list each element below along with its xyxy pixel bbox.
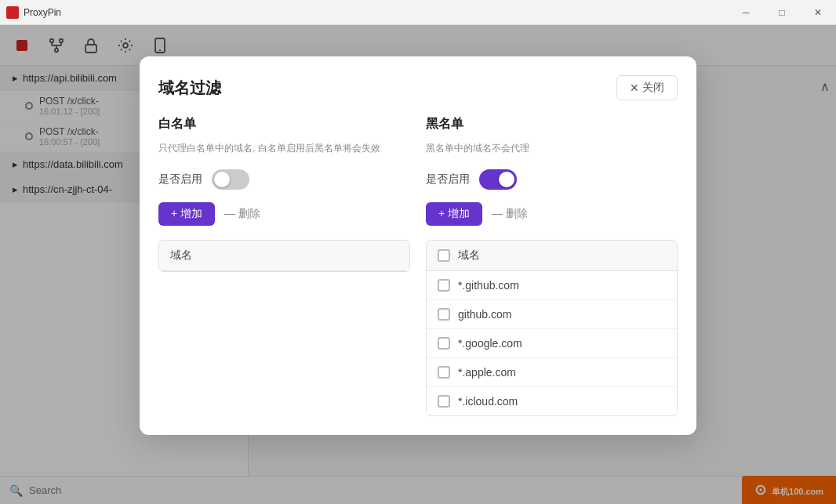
blacklist-add-button[interactable]: + 增加 [426,202,482,226]
dialog-columns: 白名单 只代理白名单中的域名, 白名单启用后黑名单将会失效 是否启用 + 增加 … [158,116,678,416]
blacklist-table: 域名 *.github.com github.com *.google.com [426,240,678,416]
app-title: ProxyPin [24,7,61,18]
domain-3: *.apple.com [458,366,516,379]
blacklist-header-checkbox[interactable] [438,249,450,262]
toggle-thumb-white [214,172,230,187]
blacklist-column: 黑名单 黑名单中的域名不会代理 是否启用 + 增加 — 删除 域名 [426,116,678,416]
whitelist-toggle-row: 是否启用 [158,169,410,190]
whitelist-column: 白名单 只代理白名单中的域名, 白名单启用后黑名单将会失效 是否启用 + 增加 … [158,116,410,416]
row-checkbox-0[interactable] [438,279,450,292]
row-checkbox-3[interactable] [438,366,450,379]
dialog-close-button[interactable]: ✕ 关闭 [616,75,678,100]
blacklist-row-4[interactable]: *.icloud.com [427,387,677,415]
whitelist-table: 域名 [158,240,410,272]
title-bar: ProxyPin ─ □ ✕ [0,0,836,25]
domain-2: *.google.com [458,337,522,350]
blacklist-table-header: 域名 [427,241,677,271]
close-label: 关闭 [642,81,664,95]
blacklist-row-1[interactable]: github.com [427,300,677,329]
whitelist-table-header: 域名 [159,241,409,271]
blacklist-row-2[interactable]: *.google.com [427,329,677,358]
blacklist-toggle-row: 是否启用 [426,169,678,190]
blacklist-enable-label: 是否启用 [426,172,470,187]
blacklist-row-0[interactable]: *.github.com [427,271,677,300]
domain-0: *.github.com [458,279,519,292]
whitelist-delete-button[interactable]: — 删除 [224,207,260,221]
close-window-button[interactable]: ✕ [800,0,836,25]
blacklist-delete-button[interactable]: — 删除 [492,207,528,221]
app-logo [6,6,19,19]
domain-1: github.com [458,308,511,321]
blacklist-actions: + 增加 — 删除 [426,202,678,226]
blacklist-title: 黑名单 [426,116,678,132]
dialog-title: 域名过滤 [158,78,221,99]
dialog-header: 域名过滤 ✕ 关闭 [158,75,678,100]
whitelist-toggle[interactable] [212,169,249,190]
maximize-button[interactable]: □ [764,0,800,25]
blacklist-toggle[interactable] [479,169,517,190]
row-checkbox-1[interactable] [438,308,450,321]
close-x-icon: ✕ [630,82,639,94]
toggle-thumb-black [499,172,514,187]
domain-4: *.icloud.com [458,395,518,408]
whitelist-enable-label: 是否启用 [158,172,202,187]
domain-filter-dialog: 域名过滤 ✕ 关闭 白名单 只代理白名单中的域名, 白名单启用后黑名单将会失效 … [140,56,696,435]
whitelist-actions: + 增加 — 删除 [158,202,410,226]
whitelist-title: 白名单 [158,116,410,132]
minimize-button[interactable]: ─ [728,0,764,25]
blacklist-row-3[interactable]: *.apple.com [427,358,677,387]
whitelist-add-button[interactable]: + 增加 [158,202,215,226]
modal-overlay: 域名过滤 ✕ 关闭 白名单 只代理白名单中的域名, 白名单启用后黑名单将会失效 … [0,25,836,504]
whitelist-desc: 只代理白名单中的域名, 白名单启用后黑名单将会失效 [158,142,410,155]
row-checkbox-2[interactable] [438,337,450,350]
blacklist-desc: 黑名单中的域名不会代理 [426,142,678,155]
window-controls: ─ □ ✕ [728,0,836,25]
row-checkbox-4[interactable] [438,395,450,408]
